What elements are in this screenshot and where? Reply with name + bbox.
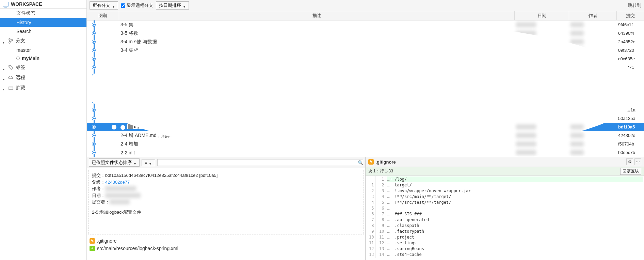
commit-details: 已依照文件状态排序 ≡ 🔍 提交：bdf10a5156d4643ec7f0412…	[87, 157, 644, 260]
commit-hash-full: bdf10a5156d4643ec7f0412e825af2c44af81ce2…	[105, 173, 218, 178]
chevron-down-icon	[182, 4, 186, 7]
monitor-icon	[3, 2, 9, 6]
view-mode-dropdown[interactable]: ≡	[142, 159, 155, 166]
col-author[interactable]: 作者	[569, 11, 617, 20]
col-date[interactable]: 日期	[515, 11, 569, 20]
tag-section-header[interactable]: 标签	[0, 62, 86, 73]
col-desc[interactable]: 描述	[119, 11, 515, 20]
commit-hash: 2a4852e	[617, 39, 644, 44]
chevron-right-icon	[3, 66, 6, 69]
diff-content: …+ /log/… target/… !.mvn/wrapper/maven-w…	[386, 176, 644, 258]
sidebar-item-file-status[interactable]: 文件状态	[0, 9, 86, 18]
commit-graph-cell	[87, 46, 119, 55]
svg-point-3	[10, 66, 10, 67]
stash-section-header[interactable]: 贮藏	[0, 83, 86, 93]
commit-hash: 9f46c1f	[617, 22, 644, 27]
changed-file-logback[interactable]: + src/main/resources/logback-spring.xml	[90, 245, 363, 252]
sidebar-item-search[interactable]: Search	[0, 27, 86, 36]
diff-header: ✎ .gitignore ⚙ ⋯	[366, 157, 644, 167]
svg-point-0	[9, 39, 10, 40]
commit-hash: 424302d	[617, 133, 644, 138]
search-icon: 🔍	[358, 160, 363, 165]
changed-files-list: ✎ .gitignore + src/main/resources/logbac…	[87, 236, 365, 254]
sidebar-item-history[interactable]: History	[0, 18, 86, 27]
svg-point-2	[12, 39, 13, 41]
commit-author: xxxxxx	[569, 22, 617, 27]
commit-graph-cell	[87, 123, 119, 131]
commit-hash: 50a135a	[617, 116, 644, 121]
col-graph[interactable]: 图谱	[87, 11, 119, 20]
show-remote-checkbox[interactable]: 显示远程分支	[121, 2, 153, 9]
commits-list[interactable]: @砖业洋__ 3-5 集xxxxxxxxxxxxxxx9f46c1f3-5 将数…	[87, 20, 644, 157]
commit-date: xxxxxxxxx	[515, 141, 569, 147]
commit-hash: c0c635e	[617, 56, 644, 61]
remote-section-header[interactable]: 远程	[0, 73, 86, 83]
chevron-right-icon	[3, 86, 6, 90]
main-panel: 所有分支 显示远程分支 按日期排序 跳转到 图谱 描述 日期 作者 提交 @砖业…	[87, 0, 644, 260]
commit-author: xxxxxx	[569, 141, 617, 147]
commit-date: xxxxxxxxx	[515, 22, 569, 27]
branch-icon	[8, 38, 14, 44]
workspace-header[interactable]: WORKSPACE	[0, 0, 86, 9]
commit-desc: myMain2-5 增加logback配置文件	[119, 124, 515, 131]
commit-message: 2-5 增加logback配置文件	[92, 209, 360, 216]
sort-by-date-dropdown[interactable]: 按日期排序	[156, 1, 189, 10]
chevron-down-icon	[133, 161, 136, 164]
file-search-input[interactable]	[157, 159, 363, 166]
tag-icon	[8, 65, 14, 70]
commit-graph-cell	[87, 20, 119, 29]
commits-toolbar: 所有分支 显示远程分支 按日期排序 跳转到	[87, 0, 644, 11]
commit-hash: f50704b	[617, 141, 644, 147]
commit-info-box: 提交：bdf10a5156d4643ec7f0412e825af2c44af81…	[88, 170, 364, 234]
commit-author: xxxxxx	[569, 31, 617, 36]
col-commit[interactable]: 提交	[617, 11, 644, 20]
modified-icon: ✎	[368, 159, 374, 165]
commit-hash: b0dec7b	[617, 150, 644, 155]
branch-section-label: 分支	[16, 38, 25, 44]
details-left-toolbar: 已依照文件状态排序 ≡ 🔍	[87, 157, 365, 168]
jump-to-link[interactable]: 跳转到	[628, 2, 641, 9]
gear-icon[interactable]: ⚙	[626, 158, 633, 165]
svg-rect-4	[9, 87, 13, 90]
diff-hunk-header: 块 1：行 1-33 回滚区块	[366, 167, 644, 176]
details-left-panel: 已依照文件状态排序 ≡ 🔍 提交：bdf10a5156d4643ec7f0412…	[87, 157, 366, 260]
all-branches-dropdown[interactable]: 所有分支	[90, 1, 118, 10]
commit-author: xxxxxx	[569, 133, 617, 138]
author-blurred: xxxxxxxxxxxxxx	[105, 186, 136, 191]
branch-section-header[interactable]: 分支	[0, 36, 86, 46]
commit-graph-cell	[87, 131, 119, 140]
diff-line-numbers-old: 12345678910111213	[366, 176, 376, 258]
committer-blurred: xxxxxxxxx	[110, 199, 130, 204]
commit-graph-cell	[87, 140, 119, 148]
commit-date: xxxxxxxxx	[515, 150, 569, 155]
parent-hash-link[interactable]: 424302de77	[105, 180, 130, 185]
commit-graph-cell	[87, 37, 119, 46]
branch-item-master[interactable]: master	[0, 46, 86, 54]
commit-graph-cell	[87, 148, 119, 157]
commit-row[interactable]: myMain2-5 增加logback配置文件xxxxxxxxxxxxxxxbd…	[87, 123, 644, 131]
current-branch-icon	[16, 57, 20, 60]
commits-table-header: 图谱 描述 日期 作者 提交	[87, 11, 644, 20]
details-right-panel: ✎ .gitignore ⚙ ⋯ 块 1：行 1-33 回滚区块 1234567…	[366, 157, 644, 260]
diff-filename: .gitignore	[376, 159, 396, 165]
commit-hash: 09f3720	[617, 48, 644, 53]
workspace-label: WORKSPACE	[11, 1, 42, 7]
chevron-down-icon	[112, 4, 115, 7]
commit-hash: 64390f4	[617, 31, 644, 36]
branch-item-mymain[interactable]: myMain	[0, 54, 86, 62]
chevron-right-icon	[3, 76, 6, 79]
sort-files-dropdown[interactable]: 已依照文件状态排序	[89, 158, 140, 167]
changed-file-gitignore[interactable]: ✎ .gitignore	[90, 237, 363, 245]
diff-body[interactable]: 12345678910111213 1234567891011121314 …+…	[366, 176, 644, 258]
commit-author: xxxxxx	[569, 39, 617, 44]
revert-hunk-button[interactable]: 回滚区块	[620, 168, 641, 175]
commit-graph-cell	[87, 29, 119, 37]
commit-author: xxxxxx	[569, 150, 617, 155]
added-icon: +	[90, 246, 95, 251]
more-icon[interactable]: ⋯	[634, 158, 641, 165]
commit-hash: bdf10a5	[617, 124, 644, 129]
diff-line-numbers-new: 1234567891011121314	[376, 176, 386, 258]
chevron-down-icon	[3, 39, 6, 43]
stash-icon	[8, 85, 14, 91]
svg-point-1	[9, 42, 10, 43]
